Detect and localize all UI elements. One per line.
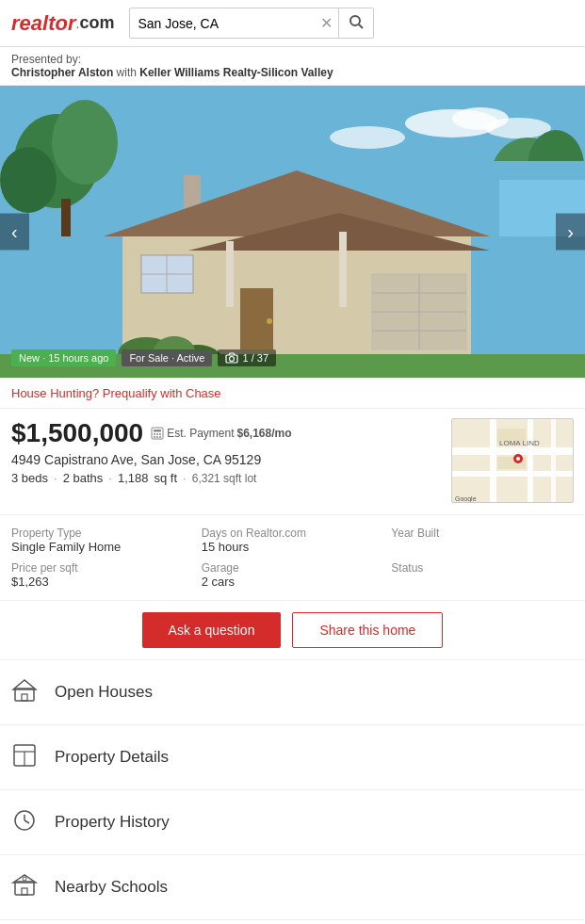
svg-rect-50 <box>551 419 556 503</box>
est-payment-value: $6,168/mo <box>237 427 292 440</box>
property-history-icon <box>11 807 41 837</box>
price-sqft-label: Price per sqft <box>11 561 194 575</box>
est-payment: Days on Realtor.com Est. Payment $6,168/… <box>151 427 291 440</box>
year-built-label: Year Built <box>391 527 574 540</box>
presenter-company: Keller Williams Realty-Silicon Valley <box>139 66 333 79</box>
property-photo <box>0 86 585 378</box>
svg-point-55 <box>516 457 520 461</box>
property-image-container: ‹ › New · 15 hours ago For Sale · Active… <box>0 86 585 378</box>
property-details-left: $1,500,000 Days on Realtor.com Est. Paym… <box>11 418 451 485</box>
next-image-button[interactable]: › <box>556 214 585 251</box>
separator-3: · <box>183 471 187 485</box>
svg-point-6 <box>330 126 405 149</box>
header: realtor.com ✕ <box>0 0 585 47</box>
lot-sqft: 6,321 sqft lot <box>192 472 257 485</box>
search-icon <box>349 14 364 29</box>
beds-count: 3 beds <box>11 471 48 485</box>
separator-1: · <box>54 471 57 485</box>
property-price: $1,500,000 <box>11 418 143 448</box>
svg-rect-59 <box>22 694 27 701</box>
prequal-link[interactable]: House Hunting? Prequalify with Chase <box>11 386 221 400</box>
section-property-history[interactable]: Property History <box>0 790 585 855</box>
property-details-table: Property Type Single Family Home Days on… <box>0 514 585 600</box>
type-value: Single Family Home <box>11 540 194 554</box>
svg-text:Google: Google <box>455 495 477 503</box>
sqft-unit: sq ft <box>154 471 178 485</box>
type-label: Property Type <box>11 527 194 540</box>
search-bar: ✕ <box>129 8 374 39</box>
svg-line-65 <box>24 820 29 823</box>
address-city: San Jose, CA 95129 <box>138 452 262 467</box>
section-open-houses[interactable]: Open Houses <box>0 660 585 725</box>
nearby-schools-icon <box>11 872 41 902</box>
separator-2: · <box>108 471 112 485</box>
badge-sale: For Sale · Active <box>122 349 212 366</box>
svg-point-44 <box>159 436 161 438</box>
svg-point-39 <box>154 433 155 435</box>
property-history-label: Property History <box>55 813 170 832</box>
svg-point-0 <box>350 16 360 25</box>
logo: realtor.com <box>11 11 114 36</box>
detail-type: Property Type Single Family Home <box>11 527 194 554</box>
action-buttons: Ask a question Share this home <box>0 600 585 660</box>
garage-value: 2 cars <box>202 575 384 589</box>
detail-year-built: Year Built <box>391 527 574 554</box>
presenter-bar: Presented by: Christopher Alston with Ke… <box>0 47 585 86</box>
svg-point-40 <box>156 433 158 435</box>
calculator-icon <box>151 427 164 440</box>
property-price-row: $1,500,000 Days on Realtor.com Est. Paym… <box>11 418 451 448</box>
prequal-banner: House Hunting? Prequalify with Chase <box>0 378 585 409</box>
svg-point-43 <box>156 436 158 438</box>
prev-image-button[interactable]: ‹ <box>0 214 29 251</box>
svg-rect-10 <box>61 199 71 236</box>
logo-com-text: com <box>79 13 114 33</box>
address-street: 4949 Capistrano Ave, <box>11 452 138 467</box>
ask-question-button[interactable]: Ask a question <box>142 612 282 648</box>
status-label: Status <box>391 561 574 575</box>
svg-rect-32 <box>339 232 347 307</box>
svg-point-69 <box>23 877 26 881</box>
section-property-details[interactable]: Property Details <box>0 725 585 790</box>
presenter-with: with <box>113 66 139 79</box>
open-houses-icon <box>11 677 41 707</box>
svg-point-36 <box>230 357 235 362</box>
detail-price-sqft: Price per sqft $1,263 <box>11 561 194 589</box>
sqft-value: 1,188 <box>118 471 149 485</box>
property-details-icon <box>11 742 41 772</box>
image-badges: New · 15 hours ago For Sale · Active 1 /… <box>11 349 276 366</box>
camera-icon <box>225 352 238 364</box>
days-value: 15 hours <box>202 540 384 554</box>
property-facts: 3 beds · 2 baths · 1,188 sq ft · 6,321 s… <box>11 471 451 485</box>
nearby-schools-label: Nearby Schools <box>55 878 168 897</box>
svg-rect-68 <box>22 888 27 895</box>
detail-garage: Garage 2 cars <box>202 561 384 589</box>
logo-realtor-text: realtor <box>11 11 75 36</box>
property-details-label: Property Details <box>55 748 169 767</box>
property-address: 4949 Capistrano Ave, San Jose, CA 95129 <box>11 452 451 467</box>
section-nearby-schools[interactable]: Nearby Schools <box>0 855 585 920</box>
svg-line-1 <box>359 24 363 28</box>
map-thumbnail[interactable]: LOMA LIND Google <box>451 418 574 503</box>
section-neighborhood[interactable]: Neighborhood <box>0 920 585 924</box>
map-image: LOMA LIND Google <box>452 419 574 503</box>
presenter-prefix: Presented by: <box>11 53 81 66</box>
svg-rect-48 <box>490 419 496 503</box>
days-label: Days on Realtor.com <box>202 527 384 540</box>
baths-count: 2 baths <box>63 471 104 485</box>
share-home-button[interactable]: Share this home <box>292 612 443 648</box>
svg-point-41 <box>159 433 161 435</box>
detail-status: Status <box>391 561 574 589</box>
price-sqft-value: $1,263 <box>11 575 194 589</box>
search-input[interactable] <box>130 10 315 37</box>
svg-rect-38 <box>154 430 161 432</box>
search-clear-button[interactable]: ✕ <box>315 14 338 32</box>
detail-days: Days on Realtor.com 15 hours <box>202 527 384 554</box>
svg-point-8 <box>52 100 118 185</box>
svg-point-21 <box>267 318 272 324</box>
badge-photo-count: 1 / 37 <box>218 349 276 366</box>
open-houses-label: Open Houses <box>55 683 153 702</box>
svg-point-42 <box>154 436 155 438</box>
svg-text:LOMA LIND: LOMA LIND <box>499 439 540 447</box>
badge-new: New · 15 hours ago <box>11 349 116 366</box>
search-button[interactable] <box>338 8 373 38</box>
